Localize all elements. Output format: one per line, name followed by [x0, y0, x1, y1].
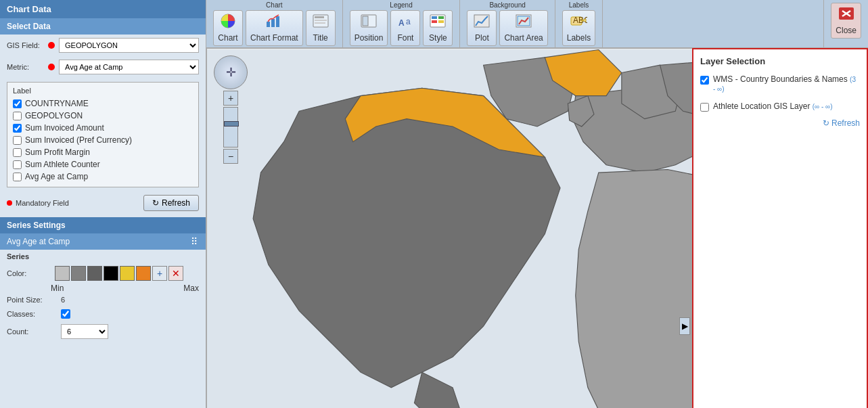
title-btn-label: Title [313, 33, 328, 43]
metric-field-select[interactable]: Avg Age at Camp [59, 60, 199, 74]
checkbox-sum-invoiced[interactable] [13, 124, 22, 133]
chart-format-btn-label: Chart Format [250, 33, 298, 43]
color-swatch-1[interactable] [55, 266, 70, 281]
layer-refresh-label: Refresh [831, 118, 860, 128]
count-select[interactable]: 6 4 8 10 [61, 324, 108, 339]
legend-tab-buttons: Position Aa Font Style [350, 10, 453, 46]
labels-icon: ABC [570, 14, 587, 32]
refresh-icon: ↻ [152, 198, 159, 208]
svg-rect-2 [271, 19, 275, 27]
point-size-value: 6 [61, 296, 65, 304]
label-sum-profit: Sum Profit Margin [25, 148, 90, 157]
style-icon [429, 14, 447, 32]
checkbox-countryname[interactable] [13, 99, 22, 108]
chart-area-button[interactable]: Chart Area [499, 10, 547, 46]
layer-checkbox-athlete[interactable] [700, 103, 709, 112]
metric-field-label: Metric: [7, 63, 44, 71]
layer-checkbox-wms[interactable] [700, 76, 709, 85]
svg-rect-6 [315, 20, 327, 21]
font-button[interactable]: Aa Font [390, 10, 420, 46]
zoom-in-button[interactable]: + [223, 91, 238, 106]
chart-button[interactable]: Chart [213, 10, 243, 46]
tab-section-labels-label: Labels [569, 1, 589, 9]
color-swatch-6[interactable] [136, 266, 151, 281]
color-swatch-3[interactable] [87, 266, 102, 281]
layer-item-wms: WMS - Country Boundaries & Names (3 - ∞) [700, 73, 860, 95]
series-label: Series [0, 250, 206, 263]
background-tab-buttons: Plot Chart Area [467, 10, 547, 46]
color-row: Color: + ✕ [0, 263, 206, 284]
layer-wms-label: WMS - Country Boundaries & Names (3 - ∞) [713, 74, 860, 93]
labels-button[interactable]: ABC Labels [562, 10, 595, 46]
chart-tab-buttons: Chart Chart Format Title [213, 10, 336, 46]
chart-icon [219, 14, 237, 32]
toolbar: Chart Chart Chart Format [206, 0, 868, 48]
layer-athlete-label: Athlete Location GIS Layer (∞ - ∞) [713, 101, 860, 111]
left-panel: Chart Data Select Data GIS Field: GEOPOL… [0, 0, 206, 408]
svg-text:a: a [406, 17, 411, 26]
layer-item-athlete: Athlete Location GIS Layer (∞ - ∞) [700, 100, 860, 113]
color-swatch-5[interactable] [120, 266, 135, 281]
gis-field-row: GIS Field: GEOPOLYGON [0, 35, 206, 56]
close-btn-label: Close [836, 26, 856, 35]
svg-rect-3 [276, 16, 279, 27]
pan-control[interactable]: ✛ [214, 55, 248, 89]
layer-refresh-icon: ↻ [823, 118, 829, 128]
zoom-out-button[interactable]: − [223, 149, 238, 164]
label-group: Label COUNTRYNAME GEOPOLYGON Sum Invoice… [7, 82, 199, 187]
select-data-header: Select Data [0, 18, 206, 35]
layer-refresh-button[interactable]: ↻ Refresh [700, 118, 860, 128]
count-row: Count: 6 4 8 10 [0, 321, 206, 342]
color-swatch-2[interactable] [71, 266, 86, 281]
close-tab-buttons: Close [831, 3, 861, 39]
chart-area-icon [515, 14, 532, 32]
checkbox-sum-invoiced-pref[interactable] [13, 136, 22, 145]
chart-btn-label: Chart [218, 33, 237, 43]
close-button[interactable]: Close [831, 3, 861, 39]
font-btn-label: Font [397, 33, 413, 43]
color-remove-button[interactable]: ✕ [168, 266, 183, 281]
svg-rect-9 [363, 16, 368, 26]
label-group-title: Label [13, 87, 193, 95]
label-checkbox-sum-athlete: Sum Athlete Counter [13, 158, 193, 171]
style-button[interactable]: Style [423, 10, 453, 46]
checkbox-geopolygon[interactable] [13, 112, 22, 120]
tab-section-legend-label: Legend [390, 1, 412, 9]
layer-panel-title: Layer Selection [700, 56, 860, 66]
color-swatch-4[interactable] [104, 266, 118, 281]
series-name-label: Avg Age at Camp [7, 237, 70, 246]
position-button[interactable]: Position [350, 10, 388, 46]
metric-field-row: Metric: Avg Age at Camp [0, 56, 206, 78]
series-name-bar: Avg Age at Camp ⠿ [0, 233, 206, 250]
min-max-labels: Min Max [0, 284, 206, 293]
tab-section-background: Background Plot Chart Area [460, 0, 555, 47]
label-checkbox-avg-age: Avg Age at Camp [13, 171, 193, 183]
checkbox-avg-age[interactable] [13, 173, 22, 181]
title-button[interactable]: Title [306, 10, 336, 46]
classes-checkbox[interactable] [61, 309, 70, 319]
color-add-button[interactable]: + [152, 266, 167, 281]
mandatory-dot [7, 200, 12, 206]
right-panel: Chart Chart Chart Format [206, 0, 868, 408]
close-icon [838, 6, 855, 24]
expand-arrow[interactable]: ▶ [679, 317, 690, 335]
labels-btn-label: Labels [567, 33, 591, 43]
checkbox-sum-athlete[interactable] [13, 160, 22, 169]
zoom-slider-handle[interactable] [224, 121, 239, 127]
series-drag-handle[interactable]: ⠿ [191, 236, 199, 247]
plot-button[interactable]: Plot [467, 10, 497, 46]
chart-format-button[interactable]: Chart Format [246, 10, 303, 46]
map-container: ✛ + − ▶ Layer Selection WMS [206, 48, 868, 408]
checkbox-sum-profit[interactable] [13, 148, 22, 157]
zoom-slider[interactable] [223, 107, 238, 148]
svg-rect-14 [438, 16, 444, 19]
svg-rect-5 [315, 16, 324, 18]
navigation-controls: ✛ + − [214, 55, 248, 164]
label-sum-athlete: Sum Athlete Counter [25, 160, 100, 169]
refresh-button[interactable]: ↻ Refresh [143, 195, 199, 211]
label-avg-age: Avg Age at Camp [25, 172, 88, 181]
style-btn-label: Style [429, 33, 447, 43]
gis-field-select[interactable]: GEOPOLYGON [59, 38, 199, 53]
mandatory-row: Mandatory Field ↻ Refresh [0, 191, 206, 214]
label-sum-invoiced-pref: Sum Invoiced (Pref Currency) [25, 135, 132, 145]
